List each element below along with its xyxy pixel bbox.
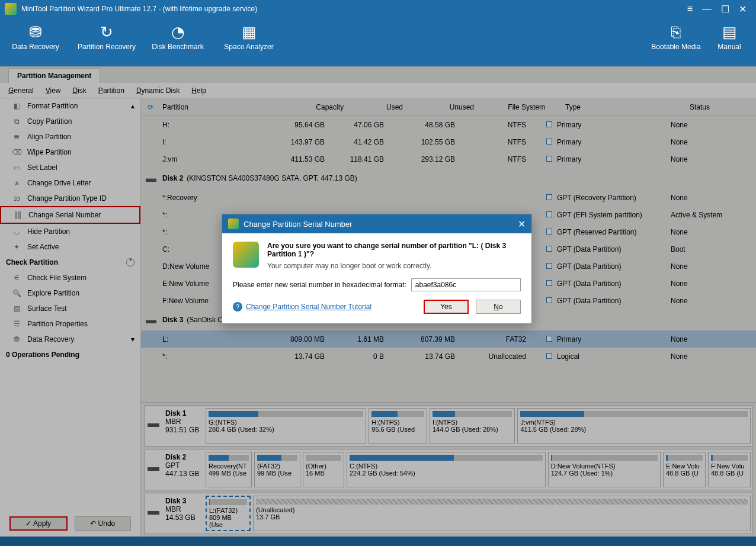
tutorial-link[interactable]: ?Change Partition Serial Number Tutorial <box>233 302 371 311</box>
analyzer-icon: ▦ <box>213 21 284 43</box>
dialog-close-icon[interactable]: ✕ <box>518 219 526 230</box>
app-logo-icon <box>228 219 239 229</box>
close-icon[interactable]: ✕ <box>734 4 751 15</box>
usb-icon: ⎘ <box>649 21 703 43</box>
space-analyzer-button[interactable]: ▦Space Analyzer <box>213 21 284 66</box>
partition-recovery-button[interactable]: ↻Partition Recovery <box>71 21 142 66</box>
menu-icon[interactable]: ≡ <box>683 4 697 14</box>
data-recovery-button[interactable]: ⛃Data Recovery <box>0 21 71 66</box>
window-title: MiniTool Partition Wizard Pro Ultimate 1… <box>21 5 683 13</box>
drive-recovery-icon: ⛃ <box>0 21 71 43</box>
no-button[interactable]: No <box>476 300 521 314</box>
dialog-change-serial: Change Partition Serial Number ✕ Are you… <box>222 214 532 324</box>
warning-icon <box>233 242 259 268</box>
minimize-icon[interactable]: — <box>697 4 716 14</box>
partition-recovery-icon: ↻ <box>71 21 142 43</box>
dialog-title: Change Partition Serial Number <box>244 220 353 229</box>
book-icon: ▤ <box>703 21 756 43</box>
maximize-icon[interactable]: ☐ <box>716 4 734 15</box>
disk-benchmark-button[interactable]: ◔Disk Benchmark <box>142 21 213 66</box>
manual-button[interactable]: ▤Manual <box>703 21 756 66</box>
bootable-media-button[interactable]: ⎘Bootable Media <box>649 21 703 66</box>
dialog-title-bar: Change Partition Serial Number ✕ <box>222 214 531 233</box>
dialog-warning-bold: Are you sure you want to change serial n… <box>267 242 506 258</box>
serial-input-label: Please enter new serial number in hexade… <box>233 281 406 289</box>
app-logo-icon <box>5 3 17 15</box>
yes-button[interactable]: Yes <box>424 300 469 314</box>
ribbon: ⛃Data Recovery ↻Partition Recovery ◔Disk… <box>0 18 756 66</box>
dialog-warning-sub: Your computer may no longer boot or work… <box>267 262 521 270</box>
title-bar: MiniTool Partition Wizard Pro Ultimate 1… <box>0 0 756 18</box>
help-icon: ? <box>233 302 242 311</box>
benchmark-icon: ◔ <box>142 21 213 43</box>
serial-input[interactable] <box>411 278 521 291</box>
